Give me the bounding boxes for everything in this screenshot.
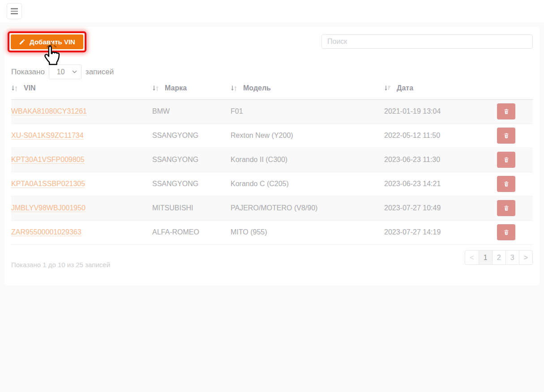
date-cell: 2023-06-23 11:30 bbox=[384, 148, 485, 172]
date-cell: 2022-05-12 11:50 bbox=[384, 124, 485, 148]
vin-manager-page: Добавить VIN Показано 10 bbox=[0, 0, 544, 392]
model-cell: Rexton New (Y200) bbox=[231, 124, 384, 148]
sidebar-toggle-button[interactable] bbox=[7, 3, 22, 19]
trash-icon bbox=[503, 108, 510, 115]
column-label: VIN bbox=[24, 84, 36, 92]
hamburger-icon bbox=[11, 8, 18, 14]
column-header-vin[interactable]: VIN bbox=[11, 84, 152, 99]
trash-icon bbox=[503, 229, 510, 235]
chevron-down-icon bbox=[72, 70, 77, 73]
search-input[interactable] bbox=[321, 34, 533, 49]
sort-amount-desc-icon bbox=[384, 85, 391, 92]
vin-table: VIN Марка Модель bbox=[11, 84, 533, 245]
brand-cell: SSANGYONG bbox=[152, 124, 231, 148]
column-label: Модель bbox=[243, 84, 271, 92]
delete-button[interactable] bbox=[497, 176, 515, 192]
sort-icon bbox=[152, 85, 159, 92]
table-row: JMBLYV98WBJ001950 MITSUBISHI PAJERO/MOTE… bbox=[11, 196, 533, 220]
model-cell: Korando C (C205) bbox=[231, 172, 384, 196]
column-header-brand[interactable]: Марка bbox=[152, 84, 231, 99]
table-row: WBAKA81080CY31261 BMW F01 2021-01-19 13:… bbox=[11, 99, 533, 124]
table-row: KPTA0A1SSBP021305 SSANGYONG Korando C (C… bbox=[11, 172, 533, 196]
date-cell: 2021-01-19 13:04 bbox=[384, 99, 485, 124]
brand-cell: SSANGYONG bbox=[152, 148, 231, 172]
top-bar bbox=[0, 0, 544, 22]
table-row: ZAR95500001029363 ALFA-ROMEO MITO (955) … bbox=[11, 220, 533, 244]
delete-button[interactable] bbox=[497, 152, 515, 168]
date-cell: 2023-07-27 14:19 bbox=[384, 220, 485, 244]
pagination-page-2-button[interactable]: 2 bbox=[492, 250, 506, 265]
delete-button[interactable] bbox=[497, 200, 515, 216]
trash-icon bbox=[503, 132, 510, 139]
brand-cell: MITSUBISHI bbox=[152, 196, 231, 220]
table-row: KPT30A1VSFP009805 SSANGYONG Korando II (… bbox=[11, 148, 533, 172]
model-cell: PAJERO/MOTERO (V8/90) bbox=[231, 196, 384, 220]
column-label: Дата bbox=[397, 84, 413, 92]
pagination: < 1 2 3 > bbox=[465, 250, 533, 265]
pagination-page-1-button[interactable]: 1 bbox=[479, 250, 493, 265]
column-label: Марка bbox=[165, 84, 187, 92]
table-row: XU-S0A1KS9ZC11734 SSANGYONG Rexton New (… bbox=[11, 124, 533, 148]
vin-link[interactable]: JMBLYV98WBJ001950 bbox=[11, 204, 86, 212]
trash-icon bbox=[503, 157, 510, 163]
delete-button[interactable] bbox=[497, 103, 515, 119]
sort-icon bbox=[11, 85, 18, 92]
trash-icon bbox=[503, 181, 510, 187]
page-length-control: Показано 10 записей bbox=[11, 64, 114, 79]
delete-button[interactable] bbox=[497, 128, 515, 144]
column-header-model[interactable]: Модель bbox=[231, 84, 384, 99]
vin-link[interactable]: KPT30A1VSFP009805 bbox=[11, 156, 85, 164]
model-cell: Korando II (C300) bbox=[231, 148, 384, 172]
pagination-page-3-button[interactable]: 3 bbox=[505, 250, 519, 265]
brand-cell: BMW bbox=[152, 99, 231, 124]
brand-cell: ALFA-ROMEO bbox=[152, 220, 231, 244]
column-header-date[interactable]: Дата bbox=[384, 84, 485, 99]
vin-link[interactable]: XU-S0A1KS9ZC11734 bbox=[11, 132, 84, 140]
pagination-next-button[interactable]: > bbox=[519, 250, 533, 265]
date-cell: 2023-07-27 10:49 bbox=[384, 196, 485, 220]
column-header-actions bbox=[485, 84, 533, 99]
pencil-icon bbox=[19, 38, 26, 45]
brand-cell: SSANGYONG bbox=[152, 172, 231, 196]
vin-table-card: Добавить VIN Показано 10 bbox=[4, 27, 540, 285]
length-suffix-label: записей bbox=[86, 68, 114, 77]
table-header-row: VIN Марка Модель bbox=[11, 84, 533, 99]
hand-cursor-icon bbox=[42, 45, 62, 70]
length-prefix-label: Показано bbox=[11, 68, 45, 77]
sort-icon bbox=[231, 85, 237, 92]
vin-link[interactable]: WBAKA81080CY31261 bbox=[11, 107, 87, 115]
vin-link[interactable]: KPTA0A1SSBP021305 bbox=[11, 180, 85, 188]
delete-button[interactable] bbox=[497, 224, 515, 240]
vin-link[interactable]: ZAR95500001029363 bbox=[11, 228, 81, 236]
records-info-label: Показано 1 до 10 из 25 записей bbox=[11, 261, 110, 268]
model-cell: F01 bbox=[231, 99, 384, 124]
date-cell: 2023-06-23 14:21 bbox=[384, 172, 485, 196]
trash-icon bbox=[503, 205, 510, 211]
model-cell: MITO (955) bbox=[231, 220, 384, 244]
pagination-prev-button[interactable]: < bbox=[465, 250, 479, 265]
